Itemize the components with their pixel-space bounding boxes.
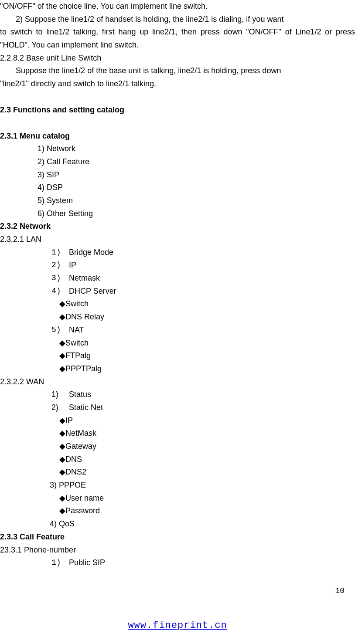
list-text: IP	[69, 259, 76, 272]
bullet-item: ◆Switch	[59, 337, 355, 350]
bullet-item: ◆IP	[59, 414, 355, 427]
list-item: 1) Public SIP	[51, 556, 355, 569]
list-item: 3) PPPOE	[50, 479, 355, 492]
bullet-item: ◆DNS Relay	[59, 311, 355, 324]
bullet-item: ◆DNS2	[59, 466, 355, 479]
heading-2282: 2.2.8.2 Base unit Line Switch	[0, 52, 355, 65]
paragraph: Suppose the line1/2 of the base unit is …	[0, 64, 355, 78]
bullet-item: ◆DNS	[59, 453, 355, 466]
heading-233: 2.3.3 Call Feature	[0, 531, 355, 544]
list-text: Bridge Mode	[69, 246, 113, 259]
footer-link-container: www.fineprint.cn	[0, 618, 355, 634]
heading-232: 2.3.2 Network	[0, 220, 355, 233]
menu-item: 3) SIP	[38, 169, 355, 182]
list-number: 1)	[51, 246, 69, 259]
paragraph: 2) Suppose the line1/2 of handset is hol…	[0, 13, 355, 26]
list-text: Status	[69, 388, 91, 401]
list-number: 1)	[51, 388, 69, 401]
footer-url-link[interactable]: www.fineprint.cn	[128, 620, 227, 631]
heading-231: 2.3.1 Menu catalog	[0, 130, 355, 143]
menu-item: 2) Call Feature	[38, 156, 355, 169]
list-item: 2) IP	[51, 259, 355, 272]
paragraph: "ON/OFF" of the choice line. You can imp…	[0, 0, 355, 13]
list-text: Public SIP	[69, 556, 105, 569]
list-text: DHCP Server	[69, 285, 116, 298]
heading-23: 2.3 Functions and setting catalog	[0, 104, 355, 117]
menu-item: 4) DSP	[38, 181, 355, 194]
list-number: 1)	[51, 556, 69, 569]
bullet-item: ◆User name	[59, 492, 355, 505]
heading-23-3-1: 23.3.1 Phone-number	[0, 544, 355, 557]
list-number: 5)	[51, 324, 69, 337]
list-number: 2)	[51, 259, 69, 272]
heading-2321: 2.3.2.1 LAN	[0, 233, 355, 246]
bullet-item: ◆Gateway	[59, 440, 355, 453]
list-item: 1) Status	[51, 388, 355, 401]
list-item: 3) Netmask	[51, 272, 355, 285]
menu-item: 5) System	[38, 194, 355, 207]
list-number: 3)	[51, 272, 69, 285]
list-text: Netmask	[69, 272, 100, 285]
menu-item: 1) Network	[38, 142, 355, 156]
list-item: 5) NAT	[51, 324, 355, 337]
paragraph: to switch to line1/2 talking, first hang…	[0, 26, 355, 51]
list-item: 4) QoS	[50, 518, 355, 531]
document-page: "ON/OFF" of the choice line. You can imp…	[0, 0, 355, 644]
list-item: 2) Static Net	[51, 401, 355, 414]
heading-2322: 2.3.2.2 WAN	[0, 376, 355, 389]
page-number: 10	[335, 585, 345, 598]
bullet-item: ◆Switch	[59, 298, 355, 311]
list-number: 2)	[51, 401, 69, 414]
list-item: 1) Bridge Mode	[51, 246, 355, 259]
page-content: "ON/OFF" of the choice line. You can imp…	[0, 0, 355, 569]
bullet-item: ◆FTPalg	[59, 349, 355, 363]
list-text: Static Net	[69, 401, 103, 414]
list-number: 4)	[51, 285, 69, 298]
menu-item: 6) Other Setting	[38, 207, 355, 220]
bullet-item: ◆NetMask	[59, 427, 355, 440]
list-item: 4) DHCP Server	[51, 285, 355, 298]
bullet-item: ◆Password	[59, 505, 355, 518]
bullet-item: ◆PPPTPalg	[59, 363, 355, 376]
list-text: NAT	[69, 324, 84, 337]
paragraph: "line2/1" directly and switch to line2/1…	[0, 78, 355, 91]
